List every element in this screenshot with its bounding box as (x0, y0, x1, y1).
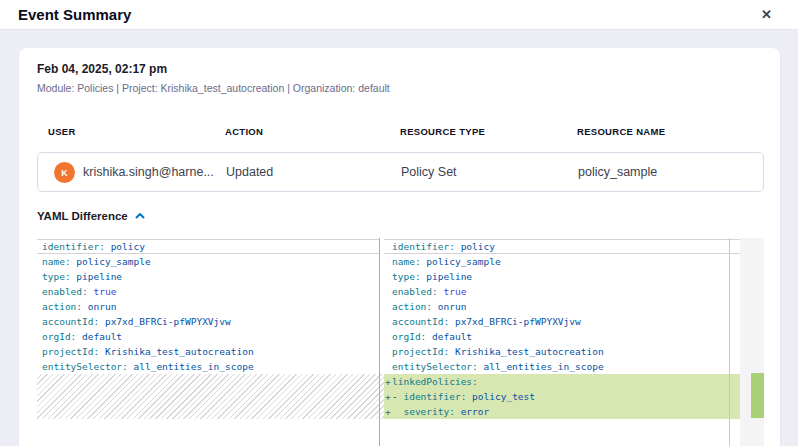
close-icon[interactable]: ✕ (761, 8, 772, 21)
diff-code-line: enabled: true (37, 284, 379, 299)
diff-code-line: identifier: policy (384, 239, 740, 254)
avatar: K (54, 162, 75, 183)
resource-name-cell: policy_sample (578, 153, 657, 191)
diff-code-line: enabled: true (384, 284, 740, 299)
event-card: Feb 04, 2025, 02:17 pm Module: Policies … (19, 48, 780, 446)
action-cell: Updated (226, 153, 273, 191)
diff-code-line: accountId: px7xd_BFRCi-pfWPYXVjvw (37, 314, 379, 329)
diff-added-line: + severity: error (384, 404, 740, 419)
table-row[interactable]: K krishika.singh@harne... Updated Policy… (37, 152, 764, 192)
plus-marker: + (385, 389, 391, 404)
diff-code-line: action: onrun (37, 299, 379, 314)
scrollbar-edge (729, 238, 730, 446)
diff-code-line: name: policy_sample (384, 254, 740, 269)
overview-ruler[interactable] (740, 238, 764, 446)
diff-code-line: accountId: px7xd_BFRCi-pfWPYXVjvw (384, 314, 740, 329)
yaml-diff-editor: identifier: policyname: policy_sampletyp… (37, 238, 764, 446)
plus-marker: + (385, 404, 391, 419)
yaml-difference-label: YAML Difference (37, 210, 128, 222)
yaml-difference-header: YAML Difference (37, 209, 764, 223)
resource-type-cell: Policy Set (401, 153, 457, 191)
column-header-resource-type: RESOURCE TYPE (400, 126, 485, 137)
diff-pane-right[interactable]: identifier: policyname: policy_sampletyp… (384, 238, 740, 446)
event-meta: Module: Policies | Project: Krishika_tes… (37, 81, 764, 95)
diff-code-line: projectId: Krishika_test_autocreation (37, 344, 379, 359)
user-cell: krishika.singh@harne... (83, 153, 214, 191)
diff-code-line: entitySelector: all_entities_in_scope (37, 359, 379, 374)
table-header: USERACTIONRESOURCE TYPERESOURCE NAME (37, 126, 764, 138)
diff-code-line: orgId: default (384, 329, 740, 344)
diff-added-marker (751, 373, 764, 418)
page-title: Event Summary (18, 6, 131, 23)
chevron-up-icon[interactable] (134, 210, 146, 222)
diff-code-line: orgId: default (37, 329, 379, 344)
diff-collapsed-placeholder (37, 374, 384, 419)
column-header-action: ACTION (225, 126, 263, 137)
diff-code-line: type: pipeline (384, 269, 740, 284)
diff-code-line: entitySelector: all_entities_in_scope (384, 359, 740, 374)
diff-code-line: identifier: policy (37, 239, 379, 254)
plus-marker: + (385, 374, 391, 389)
diff-code-line: projectId: Krishika_test_autocreation (384, 344, 740, 359)
diff-added-line: +- identifier: policy_test (384, 389, 740, 404)
modal-body: Feb 04, 2025, 02:17 pm Module: Policies … (0, 30, 798, 446)
diff-added-line: +linkedPolicies: (384, 374, 740, 389)
diff-code-line: type: pipeline (37, 269, 379, 284)
diff-pane-left[interactable]: identifier: policyname: policy_sampletyp… (37, 238, 379, 446)
event-timestamp: Feb 04, 2025, 02:17 pm (37, 61, 764, 77)
column-header-user: USER (48, 126, 76, 137)
diff-code-line: name: policy_sample (37, 254, 379, 269)
column-header-resource-name: RESOURCE NAME (577, 126, 665, 137)
diff-code-line: action: onrun (384, 299, 740, 314)
modal-header: Event Summary ✕ (0, 0, 798, 30)
diff-sash[interactable] (379, 238, 380, 446)
